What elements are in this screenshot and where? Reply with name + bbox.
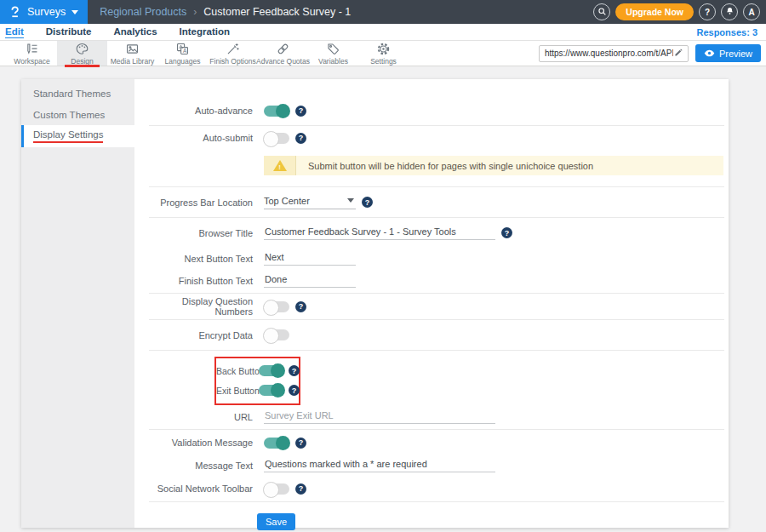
palette-icon — [75, 42, 89, 56]
product-menu[interactable]: Surveys — [0, 0, 88, 24]
help-icon[interactable]: ? — [295, 483, 306, 495]
auto-submit-toggle[interactable] — [264, 133, 289, 144]
product-menu-label: Surveys — [27, 6, 66, 18]
translate-icon: A — [175, 42, 190, 56]
next-button-text-row: Next Button Text — [149, 248, 729, 269]
sidebar-item-label: Display Settings — [33, 129, 103, 143]
display-question-numbers-row: Display Question Numbers ? — [149, 294, 729, 319]
survey-url-input[interactable] — [545, 49, 673, 58]
divider — [149, 501, 724, 502]
toolbar-item-finish-options[interactable]: Finish Options — [208, 41, 258, 66]
link-icon — [276, 42, 290, 56]
search-icon — [597, 7, 607, 18]
responses-count[interactable]: Responses: 3 — [696, 27, 757, 37]
edit-pencil-icon[interactable] — [673, 46, 683, 61]
magic-wand-icon — [226, 42, 240, 56]
avatar[interactable]: A — [743, 3, 760, 20]
message-text-label: Message Text — [149, 460, 253, 471]
help-icon[interactable]: ? — [501, 227, 512, 238]
message-text-input[interactable] — [264, 459, 495, 472]
help-icon[interactable]: ? — [289, 365, 300, 376]
questionpro-logo-icon — [9, 5, 21, 19]
back-button-row: Back Button ? — [216, 362, 299, 380]
warning-icon-cell: ! — [264, 156, 296, 175]
toolbar-item-label: Languages — [164, 57, 200, 66]
back-button-toggle[interactable] — [259, 365, 284, 376]
toolbar-item-workspace[interactable]: Workspace — [7, 41, 57, 66]
social-network-toolbar-toggle[interactable] — [264, 483, 289, 495]
toolbar-item-label: Media Library — [111, 57, 155, 66]
next-button-text-input[interactable] — [264, 252, 356, 266]
exit-button-row: Exit Button ? — [216, 381, 299, 399]
sidebar-item-display-settings[interactable]: Display Settings — [21, 125, 134, 147]
nav-tab-integration[interactable]: Integration — [180, 26, 230, 37]
survey-url-box — [539, 45, 689, 62]
sidebar-item-label: Standard Themes — [33, 89, 111, 99]
display-question-numbers-toggle[interactable] — [264, 301, 289, 312]
divider — [149, 350, 724, 351]
next-button-text-label: Next Button Text — [149, 254, 253, 264]
preview-button[interactable]: Preview — [695, 44, 761, 62]
nav-tab-analytics[interactable]: Analytics — [113, 26, 157, 37]
nav-tab-distribute[interactable]: Distribute — [46, 26, 92, 37]
toolbar-item-design[interactable]: Design — [57, 41, 107, 66]
validation-message-toggle[interactable] — [264, 438, 289, 449]
validation-message-row: Validation Message ? — [149, 430, 729, 455]
help-button[interactable]: ? — [699, 3, 716, 20]
sidebar-item-label: Custom Themes — [33, 110, 105, 120]
toolbar-item-settings[interactable]: Settings — [358, 41, 409, 66]
message-text-row: Message Text — [149, 455, 729, 476]
preview-label: Preview — [719, 49, 752, 59]
help-icon[interactable]: ? — [295, 438, 306, 449]
breadcrumb-separator: › — [193, 6, 197, 18]
toolbar-item-advance-quotas[interactable]: Advance Quotas — [258, 41, 308, 66]
exit-url-label: URL — [149, 412, 253, 422]
toolbar-item-label: Workspace — [14, 57, 49, 66]
tag-icon — [326, 42, 340, 56]
auto-submit-label: Auto-submit — [149, 133, 253, 143]
toolbar-item-variables[interactable]: Variables — [308, 41, 358, 66]
help-icon[interactable]: ? — [295, 133, 306, 144]
bell-icon — [725, 6, 735, 18]
upgrade-now-button[interactable]: Upgrade Now — [615, 3, 694, 20]
save-button[interactable]: Save — [257, 513, 295, 530]
encrypt-data-label: Encrypt Data — [149, 330, 253, 340]
chevron-down-icon — [347, 198, 354, 203]
breadcrumb-parent[interactable]: Regional Products — [100, 6, 186, 18]
help-icon[interactable]: ? — [295, 106, 306, 117]
social-network-toolbar-row: Social Network Toolbar ? — [149, 476, 729, 501]
social-network-toolbar-label: Social Network Toolbar — [149, 483, 253, 494]
design-toolbar: Workspace Design Media Library A — [0, 41, 766, 66]
exit-button-toggle[interactable] — [259, 385, 284, 396]
help-icon[interactable]: ? — [289, 385, 300, 396]
toolbar-item-label: Advance Quotas — [256, 57, 310, 66]
help-icon[interactable]: ? — [362, 197, 373, 208]
toolbar-item-media-library[interactable]: Media Library — [107, 41, 157, 66]
eye-icon — [704, 49, 715, 59]
finish-button-text-label: Finish Button Text — [149, 276, 253, 286]
display-question-numbers-label: Display Question Numbers — [149, 296, 253, 317]
chevron-down-icon — [71, 10, 78, 14]
auto-advance-toggle[interactable] — [264, 106, 289, 117]
auto-advance-row: Auto-advance ? — [149, 96, 729, 125]
sidebar-item-custom-themes[interactable]: Custom Themes — [21, 104, 134, 125]
finish-button-text-input[interactable] — [264, 274, 356, 288]
notifications-button[interactable] — [721, 3, 738, 20]
search-button[interactable] — [593, 3, 610, 20]
exit-url-input[interactable] — [264, 410, 495, 424]
exit-button-label: Exit Button — [216, 386, 250, 396]
progress-bar-select[interactable]: Top Center — [264, 196, 356, 209]
toolbar-item-label: Design — [71, 57, 93, 66]
nav-tab-edit[interactable]: Edit — [5, 26, 24, 38]
toolbar-right: Preview — [539, 41, 766, 66]
warning-message: Submit button will be hidden for pages w… — [296, 156, 723, 175]
toolbar-item-languages[interactable]: A Languages — [157, 41, 208, 66]
help-icon[interactable]: ? — [295, 301, 306, 312]
exit-url-row: URL — [149, 405, 729, 429]
browser-title-row: Browser Title ? — [149, 218, 729, 248]
browser-title-input[interactable] — [264, 226, 495, 240]
toolbar-item-label: Settings — [370, 57, 397, 66]
display-settings-form: Auto-advance ? Auto-submit ? ! Submit bu… — [134, 79, 729, 528]
sidebar-item-standard-themes[interactable]: Standard Themes — [21, 83, 134, 104]
encrypt-data-toggle[interactable] — [264, 329, 289, 340]
